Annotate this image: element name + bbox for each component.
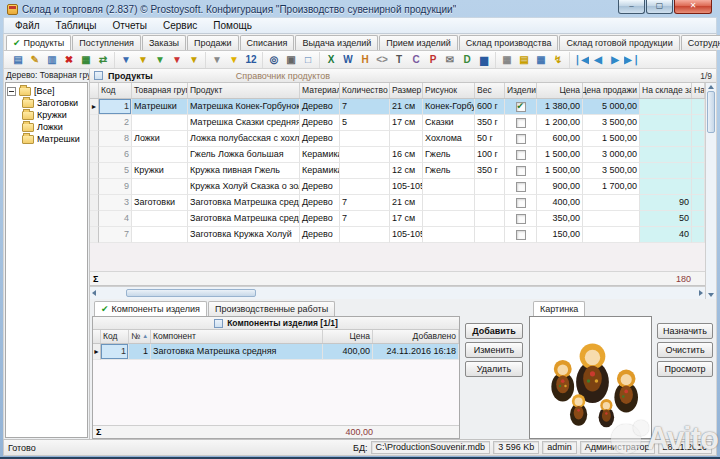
table-row[interactable]: ► 5 Кружки Кружка пивная Гжель Керамика … — [90, 163, 705, 179]
table-row[interactable]: ► 3 Заготовки Заготовка Матрешка средняя… — [90, 195, 705, 211]
tab[interactable]: ✔ Продукты — [6, 35, 71, 50]
filter-saved-icon[interactable]: ▼ — [152, 52, 168, 67]
scrollbar-thumb[interactable] — [126, 289, 256, 297]
column-number[interactable]: №▲ — [129, 330, 151, 343]
ref-table-icon[interactable]: ▦ — [78, 52, 94, 67]
export-html-icon[interactable]: H — [357, 52, 373, 67]
column-price[interactable]: Цена — [323, 330, 373, 343]
tab[interactable]: ✔ Заказы — [142, 35, 186, 50]
filter-icon[interactable]: ▼ — [118, 52, 134, 67]
export-pdf-icon[interactable]: P — [425, 52, 441, 67]
column-group[interactable]: Товарная группа▼ — [132, 83, 188, 98]
nav-next-icon[interactable]: ▶ — [607, 52, 623, 67]
scroll-right-icon[interactable] — [699, 290, 703, 296]
horizontal-scrollbar[interactable] — [90, 286, 705, 299]
column-places[interactable]: Количество мест — [340, 83, 390, 98]
izdelie-checkbox[interactable]: ✔ — [516, 134, 526, 144]
izdelie-checkbox[interactable]: ✔ — [516, 166, 526, 176]
tab[interactable]: ✔ Продажи — [187, 35, 239, 50]
calc-icon[interactable]: ▦ — [499, 52, 515, 67]
tab[interactable]: ✔ Выдача изделий — [295, 35, 378, 50]
export-excel-icon[interactable]: X — [323, 52, 339, 67]
nav-prev-icon[interactable]: ◀ — [590, 52, 606, 67]
chart-icon[interactable]: ▆ — [476, 52, 492, 67]
tab[interactable]: ✔ Склад производства — [459, 35, 559, 50]
column-izdelie[interactable]: Изделие — [505, 83, 537, 98]
detail-tab[interactable]: ✔ Производственные работы — [208, 301, 335, 316]
filter-off-icon[interactable]: ▼ — [209, 52, 225, 67]
delete-component-button[interactable]: Удалить — [465, 361, 523, 377]
table-row[interactable]: ► 6 Гжель Ложка большая Керамика 16 см Г… — [90, 147, 705, 163]
table-row[interactable]: ► 7 Заготовка Кружка Холуй Дерево 105-10… — [90, 227, 705, 243]
menu-item[interactable]: Отчеты — [104, 19, 155, 32]
delete-record-icon[interactable]: ✖ — [61, 52, 77, 67]
quick-action-icon[interactable]: ↯ — [550, 52, 566, 67]
preview-icon[interactable]: □ — [300, 52, 316, 67]
card-view-icon[interactable]: ▤ — [516, 52, 532, 67]
view-picture-button[interactable]: Просмотр — [657, 361, 713, 377]
tab[interactable]: ✔ Списания — [240, 35, 295, 50]
izdelie-checkbox[interactable]: ✔ — [516, 182, 526, 192]
tree-item[interactable]: Ложки — [7, 122, 86, 132]
column-material[interactable]: Материал — [300, 83, 340, 98]
tree-item[interactable]: Заготовки — [7, 98, 86, 108]
search-icon[interactable]: ◎ — [266, 52, 282, 67]
table-row[interactable]: ► 2 Матрешка Сказки средняя Дерево 5 17 … — [90, 115, 705, 131]
filter-auto-icon[interactable]: ▼ — [226, 52, 242, 67]
product-picture[interactable] — [529, 316, 652, 439]
scroll-left-icon[interactable] — [92, 290, 96, 296]
izdelie-checkbox[interactable]: ✔ — [516, 198, 526, 208]
nav-last-icon[interactable]: ▶❘ — [624, 52, 640, 67]
print-icon[interactable]: ▣ — [283, 52, 299, 67]
column-size[interactable]: Размер — [390, 83, 423, 98]
column-code[interactable]: Код — [101, 330, 129, 343]
copy-record-icon[interactable]: ▥ — [44, 52, 60, 67]
izdelie-checkbox[interactable]: ✔ — [516, 214, 526, 224]
move-record-icon[interactable]: ⇄ — [95, 52, 111, 67]
menu-item[interactable]: Помощь — [205, 19, 260, 32]
filter-clear-icon[interactable]: ▼ — [169, 52, 185, 67]
scrollbar-thumb[interactable] — [707, 91, 715, 133]
filter-edit-icon[interactable]: ▼ — [186, 52, 202, 67]
export-xml-icon[interactable]: <> — [374, 52, 390, 67]
tab[interactable]: ✔ Сотрудники — [681, 35, 720, 50]
filter-add-icon[interactable]: ▼ — [135, 52, 151, 67]
table-row[interactable]: ► 4 Заготовка Матрешка средняя Дерево 7 … — [90, 211, 705, 227]
vertical-scrollbar[interactable] — [705, 83, 716, 299]
export-word-icon[interactable]: W — [340, 52, 356, 67]
tree-expander-icon[interactable] — [7, 87, 16, 96]
tab[interactable]: ✔ Поступления — [72, 35, 141, 50]
table-row[interactable]: ► 1 Матрешки Матрешка Конек-Горбунок сре… — [90, 99, 705, 115]
izdelie-checkbox[interactable]: ✔ — [516, 102, 526, 112]
column-stock2[interactable]: На складе — [692, 83, 705, 98]
nav-first-icon[interactable]: ❘◀ — [573, 52, 589, 67]
tab[interactable]: ✔ Склад готовой продукции — [559, 35, 679, 50]
assign-picture-button[interactable]: Назначить — [657, 323, 713, 339]
column-added[interactable]: Добавлено — [373, 330, 459, 343]
column-sale-price[interactable]: Цена продажи — [583, 83, 640, 98]
tree-root-all[interactable]: [Все] — [7, 86, 86, 96]
tree-item[interactable]: Кружки — [7, 110, 86, 120]
mail-icon[interactable]: ✉ — [442, 52, 458, 67]
component-row[interactable]: ► 1 1 Заготовка Матрешка средняя 400,00 … — [93, 344, 459, 360]
column-pattern[interactable]: Рисунок — [423, 83, 475, 98]
column-price[interactable]: Цена — [537, 83, 583, 98]
scroll-up-icon[interactable] — [708, 85, 714, 89]
tab[interactable]: ✔ Прием изделий — [379, 35, 457, 50]
export-txt-icon[interactable]: T — [391, 52, 407, 67]
column-code[interactable]: Код — [99, 83, 132, 98]
column-weight[interactable]: Вес — [475, 83, 505, 98]
edit-record-icon[interactable]: ✎ — [27, 52, 43, 67]
grid-settings-icon[interactable]: ▦ — [533, 52, 549, 67]
table-row[interactable]: ► 8 Ложки Ложка полубасская с хохломской… — [90, 131, 705, 147]
izdelie-checkbox[interactable]: ✔ — [516, 230, 526, 240]
maximize-button[interactable]: ▢ — [646, 0, 673, 14]
izdelie-checkbox[interactable]: ✔ — [516, 150, 526, 160]
edit-component-button[interactable]: Изменить — [465, 342, 523, 358]
tree-item[interactable]: Матрешки — [7, 134, 86, 144]
tab-picture[interactable]: Картинка — [533, 301, 585, 316]
export-csv-icon[interactable]: C — [408, 52, 424, 67]
menu-item[interactable]: Таблицы — [48, 19, 105, 32]
menu-item[interactable]: Сервис — [155, 19, 205, 32]
column-component[interactable]: Компонент — [151, 330, 323, 343]
